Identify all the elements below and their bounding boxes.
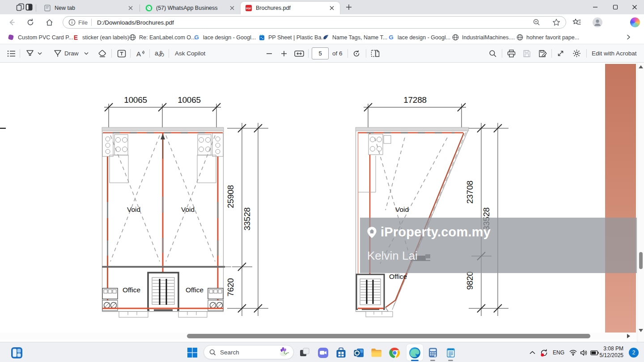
bookmark-label: PP Sheet | Plastic Ba...	[268, 34, 326, 41]
edge-icon[interactable]	[408, 346, 421, 359]
dim-right-top: 17288	[403, 95, 426, 105]
globe-favicon	[452, 34, 459, 41]
draw-dropdown-chevron-icon[interactable]	[84, 48, 89, 59]
bookmarks-bar: Custom PVC Card P... E sticker (ean labe…	[0, 30, 644, 44]
task-view-icon[interactable]	[298, 346, 311, 359]
tab-actions-menu-icon[interactable]	[25, 3, 33, 13]
translate-icon[interactable]: aあ	[155, 48, 165, 59]
globe-favicon	[517, 34, 523, 41]
scroll-up-icon[interactable]	[639, 65, 643, 68]
page-info-icon[interactable]	[68, 19, 76, 26]
file-explorer-icon[interactable]	[370, 346, 383, 359]
rotate-icon[interactable]	[352, 48, 360, 59]
tray-battery-icon[interactable]	[589, 346, 600, 359]
add-text-icon[interactable]	[117, 48, 126, 59]
bookmark-item[interactable]: Custom PVC Card P...	[6, 32, 75, 42]
window-minimize-button[interactable]	[588, 1, 603, 13]
url-text: D:/Downloads/Brochures.pdf	[97, 19, 533, 26]
bookmark-item[interactable]: hohner favorit pape...	[515, 32, 581, 42]
fit-to-width-icon[interactable]	[294, 48, 304, 59]
widgets-icon[interactable]	[10, 346, 23, 359]
zoom-page-icon[interactable]	[533, 18, 541, 26]
eraser-icon[interactable]	[98, 48, 107, 59]
start-button[interactable]	[186, 346, 199, 359]
brochure-accent-strip	[605, 64, 636, 334]
right-plan-toilet-fixtures	[358, 134, 391, 192]
window-maximize-button[interactable]	[608, 1, 623, 13]
window-close-button[interactable]	[627, 1, 642, 13]
bookmarks-overflow-chevron-icon[interactable]	[625, 34, 631, 42]
page-view-icon[interactable]	[371, 48, 380, 59]
tab-close-icon[interactable]	[328, 4, 335, 12]
page-count-label: of 6	[332, 48, 343, 59]
outlook-icon[interactable]	[352, 346, 365, 359]
tab-brochures-pdf[interactable]: PDF Brochures.pdf	[241, 2, 340, 14]
bookmark-item[interactable]: PP Sheet | Plastic Ba...	[257, 32, 328, 42]
tray-volume-icon[interactable]	[579, 346, 589, 359]
bookmark-item[interactable]: Name Tags, Name T...	[321, 32, 389, 42]
notepad-icon[interactable]	[444, 346, 458, 359]
zoom-in-icon[interactable]	[281, 48, 287, 59]
tab-new-tab[interactable]: New tab	[39, 2, 139, 14]
fullscreen-icon[interactable]	[557, 48, 564, 59]
toolbar-separator	[169, 49, 169, 58]
tray-sync-alert-icon[interactable]	[538, 346, 549, 359]
workspaces-icon[interactable]	[16, 3, 25, 13]
microsoft-store-icon[interactable]	[334, 346, 347, 359]
draw-label[interactable]: Draw	[64, 48, 79, 59]
scroll-right-icon[interactable]	[627, 334, 630, 338]
tray-language-label[interactable]: ENG	[552, 346, 565, 359]
horizontal-scrollbar[interactable]	[0, 333, 637, 340]
bookmark-item[interactable]: G lace design - Googl...	[386, 32, 452, 42]
teams-chat-icon[interactable]	[316, 346, 330, 359]
tab-whatsapp[interactable]: (57) WhatsApp Business	[141, 2, 240, 14]
calculator-icon[interactable]	[426, 346, 440, 359]
favorite-star-icon[interactable]	[552, 18, 560, 26]
tray-chevron-up-icon[interactable]	[528, 346, 537, 359]
highlight-icon[interactable]	[25, 48, 34, 59]
taskbar-search[interactable]: Search	[203, 345, 294, 359]
bookmark-item[interactable]: Re: EanLabel.com O...	[127, 32, 197, 42]
home-icon[interactable]	[44, 17, 55, 28]
read-aloud-icon[interactable]: A	[136, 48, 145, 59]
chrome-icon[interactable]	[388, 346, 401, 359]
ask-copilot-button[interactable]: Ask Copilot	[175, 48, 205, 59]
save-icon-disabled[interactable]	[523, 48, 531, 59]
tab-close-icon[interactable]	[229, 4, 236, 12]
horizontal-scroll-thumb[interactable]	[187, 334, 590, 338]
profile-avatar[interactable]	[592, 17, 603, 28]
tray-wifi-icon[interactable]	[568, 346, 578, 359]
favorites-list-icon[interactable]	[572, 17, 582, 28]
bookmark-item[interactable]: E sticker (ean labels)	[71, 32, 131, 42]
bookmark-item[interactable]: IndustrialMachines....	[450, 32, 517, 42]
toolbar-separator	[20, 49, 20, 58]
highlight-dropdown-chevron-icon[interactable]	[38, 48, 42, 59]
vertical-scrollbar[interactable]	[637, 63, 644, 342]
pdf-search-icon[interactable]	[489, 48, 497, 59]
draw-pen-icon[interactable]	[53, 48, 62, 59]
refresh-icon[interactable]	[25, 17, 36, 28]
save-as-icon[interactable]	[538, 48, 547, 59]
pdf-contents-icon[interactable]	[7, 48, 16, 59]
tab-title: (57) WhatsApp Business	[156, 5, 229, 11]
tab-separator	[140, 4, 140, 12]
print-icon[interactable]	[507, 48, 516, 59]
zoom-out-icon[interactable]	[266, 48, 272, 59]
watermark-agent-name: Kelvin Lai	[367, 249, 418, 263]
address-bar[interactable]: File D:/Downloads/Brochures.pdf	[63, 16, 566, 29]
new-tab-button[interactable]	[345, 4, 352, 13]
scroll-down-icon[interactable]	[639, 329, 643, 332]
right-plan-bottom-wall	[356, 307, 393, 317]
page-number-input[interactable]	[312, 47, 329, 59]
back-icon[interactable]	[6, 17, 17, 28]
toolbar-separator	[347, 49, 348, 58]
tray-clock[interactable]: 3:08 PM 5/12/2025	[600, 345, 623, 359]
pdf-settings-gear-icon[interactable]	[572, 48, 581, 59]
bookmark-item[interactable]: G lace design - Googl...	[191, 32, 258, 42]
copilot-icon[interactable]	[630, 17, 640, 28]
vertical-scroll-thumb[interactable]	[639, 252, 643, 269]
edit-with-acrobat-button[interactable]: Edit with Acrobat	[592, 48, 637, 59]
notification-count-badge[interactable]: 2	[629, 348, 639, 358]
tab-close-icon[interactable]	[127, 4, 134, 12]
tray-date: 5/12/2025	[600, 352, 623, 359]
